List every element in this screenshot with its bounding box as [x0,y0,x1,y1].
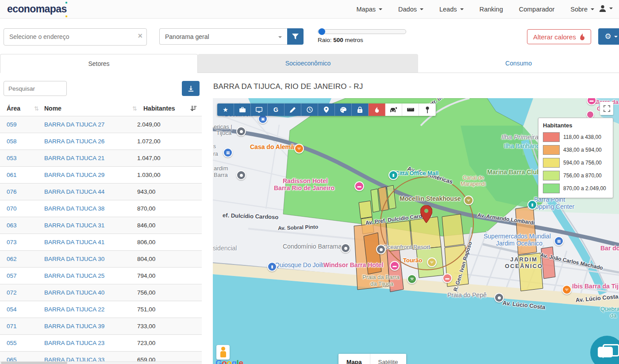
area-link[interactable]: 057 [7,272,17,279]
area-link[interactable]: 071 [7,323,17,330]
place-dot-poi[interactable] [236,126,246,136]
column-area[interactable]: Área⇅ [0,105,44,112]
draw-button[interactable] [285,103,301,116]
map-label: Quiosque Do Joilton [275,262,331,268]
area-link[interactable]: 063 [7,222,17,229]
filter-button[interactable] [287,28,304,45]
nome-link[interactable]: BARRA DA TIJUCA 30 [44,256,104,262]
map-label: s [213,144,216,149]
hotel-poi[interactable]: ▬ [390,261,400,271]
nav-item-dados[interactable]: Dados [398,6,423,13]
business-button[interactable] [234,103,251,116]
place-dot-poi[interactable] [376,245,386,254]
area-link[interactable]: 070 [7,205,17,212]
restaurant-poi[interactable]: Ψ [427,257,437,267]
area-link[interactable]: 059 [7,121,17,128]
area-link[interactable]: 072 [7,289,17,296]
address-input[interactable] [4,29,133,44]
sort-icon[interactable]: ⇅ [132,105,137,112]
hotel-poi[interactable]: ▬ [354,181,364,191]
user-menu[interactable] [599,4,613,12]
map-label: OCEÂNICO [505,263,543,269]
nome-link[interactable]: BARRA DA TIJUCA 29 [44,172,104,178]
map-type-satelite[interactable]: Satélite [370,354,406,364]
nome-link[interactable]: BARRA DA TIJUCA 25 [44,272,104,279]
area-link[interactable]: 054 [7,306,17,313]
fullscreen-button[interactable] [600,102,613,115]
area-link[interactable]: 073 [7,239,17,245]
nav-item-sobre[interactable]: Sobre [570,6,594,13]
nome-link[interactable]: BARRA DA TIJUCA 23 [44,340,104,346]
nome-link[interactable]: BARRA DA TIJUCA 27 [44,121,104,128]
map-type-mapa[interactable]: Mapa [338,354,370,364]
tab-socioeconomico[interactable]: Socioeconômico [198,54,418,73]
bag-poi[interactable]: ▮ [388,170,398,180]
legend-entry: 756,00 a 870,00 [543,171,608,180]
nome-link[interactable]: BARRA DA TIJUCA 41 [44,239,104,245]
column-habitantes[interactable]: Habitantes [143,105,202,112]
download-button[interactable] [182,81,200,96]
nome-link[interactable]: BARRA DA TIJUCA 44 [44,188,104,195]
slider-thumb[interactable] [319,28,325,35]
nav-item-mapas[interactable]: Mapas [357,6,383,13]
nav-item-leads[interactable]: Leads [439,6,464,13]
palette-button[interactable] [335,103,352,116]
lock-button[interactable] [352,103,369,116]
area-link[interactable]: 055 [7,340,17,346]
slider-track[interactable] [318,29,406,34]
restaurant-poi[interactable]: Ψ [562,285,572,295]
nome-link[interactable]: BARRA DA TIJUCA 39 [44,323,104,330]
panorama-select[interactable]: Panorama geral [159,28,287,45]
nome-link[interactable]: BARRA DA TIJUCA 40 [44,289,104,296]
marker-button[interactable] [318,103,335,116]
cart-poi[interactable]: ▦ [223,148,233,157]
location-marker[interactable] [420,205,432,225]
beach-poi[interactable]: ⚒ [407,274,417,284]
monitor-icon [256,107,262,113]
restaurant-poi[interactable]: Ψ [464,195,473,205]
area-link[interactable]: 061 [7,172,17,178]
tab-consumo[interactable]: Consumo [418,54,619,73]
sort-icon[interactable]: ⇅ [34,105,39,112]
logo[interactable]: economapas [7,3,67,15]
bag-poi[interactable]: ▮ [527,200,537,210]
settings-button[interactable]: ⚙ [598,28,619,45]
nav-item-ranking[interactable]: Ranking [480,6,503,13]
nome-link[interactable]: BARRA DA TIJUCA 38 [44,205,104,212]
ruler-button[interactable] [402,103,419,116]
alterar-calores-button[interactable]: Alterar calores [527,29,591,44]
traffic-button[interactable] [385,103,402,116]
google-logo: Google [215,358,243,364]
heatmap-button[interactable] [369,103,385,116]
bag-poi[interactable]: ▮ [267,262,277,272]
favorites-button[interactable]: ★ [217,103,234,116]
nome-link[interactable]: BARRA DA TIJUCA 22 [44,306,104,313]
streetview-button[interactable] [419,103,436,116]
history-button[interactable] [301,103,318,116]
area-link[interactable]: 076 [7,188,17,195]
cart-poi[interactable]: ▦ [554,236,564,246]
nome-link[interactable]: BARRA DA TIJUCA 26 [44,138,104,145]
area-link[interactable]: 053 [7,155,17,161]
hotel-poi[interactable]: ▬ [442,273,452,283]
restaurant-poi[interactable]: Ψ [294,144,304,153]
place-dot-poi[interactable] [341,243,350,253]
nav-item-comparador[interactable]: Comparador [519,6,555,13]
area-link[interactable]: 062 [7,256,17,262]
scrollbar-thumb[interactable] [1,362,67,364]
map-canvas[interactable]: ★ G Habitantes 118,00 a 438,00438,00 a 5… [213,98,619,364]
sort-desc-icon[interactable] [190,105,196,111]
column-nome[interactable]: Nome⇅ [44,105,143,112]
area-link[interactable]: 058 [7,138,17,145]
horizontal-scrollbar[interactable] [0,361,202,364]
place-dot-poi[interactable] [236,170,246,180]
search-input[interactable] [4,81,67,96]
monitor-button[interactable] [251,103,268,116]
tab-setores[interactable]: Setores [0,54,198,73]
clear-icon[interactable]: × [138,31,142,41]
nome-link[interactable]: BARRA DA TIJUCA 31 [44,222,104,229]
google-button[interactable]: G [268,103,285,116]
nome-link[interactable]: BARRA DA TIJUCA 21 [44,155,104,161]
pegman-control[interactable] [216,345,230,360]
place-dot-poi[interactable] [494,293,504,303]
